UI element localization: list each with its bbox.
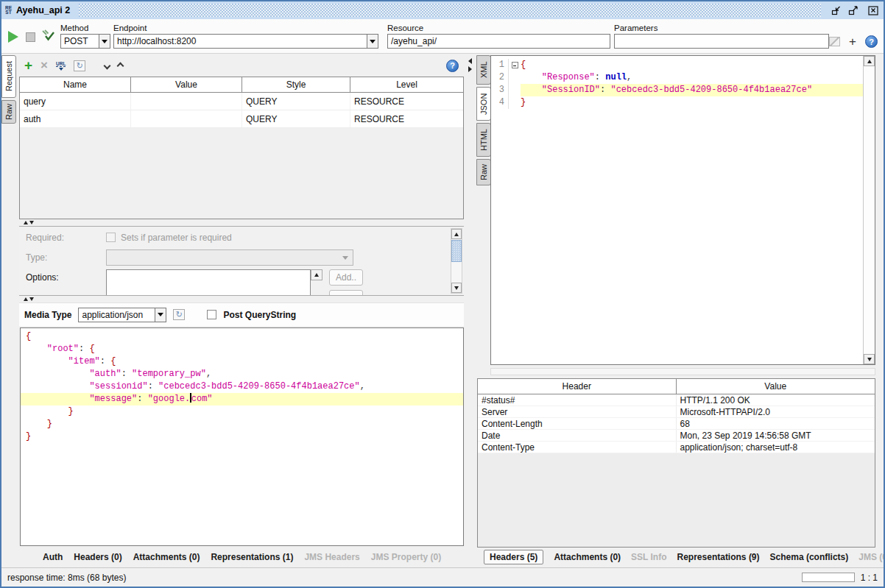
response-body-editor[interactable]: 1{2 "Response": null,3 "SessionID": "ceb… xyxy=(490,55,875,365)
param-row[interactable]: authQUERYRESOURCE xyxy=(20,110,463,128)
bottom-tab-representations-1-[interactable]: Representations (1) xyxy=(211,552,293,562)
tab-request-raw[interactable]: Raw xyxy=(1,100,16,124)
chevron-down-icon[interactable] xyxy=(99,35,110,48)
table-cell: Content-Length xyxy=(478,418,677,429)
splitter-handle[interactable] xyxy=(19,296,464,302)
help-icon[interactable]: ? xyxy=(446,60,459,72)
scrollbar-thumb[interactable] xyxy=(451,240,462,262)
response-hscrollbar[interactable] xyxy=(490,368,875,375)
code-line: } xyxy=(21,405,463,418)
scroll-down-icon[interactable] xyxy=(864,354,875,364)
add-param-icon[interactable]: + xyxy=(24,60,32,71)
titlebar-texture xyxy=(79,4,821,17)
tab-request-request[interactable]: Request xyxy=(1,55,16,98)
tab-response-html[interactable]: HTML xyxy=(476,123,491,157)
chevron-down-icon[interactable] xyxy=(367,35,378,48)
tab-response-raw[interactable]: Raw xyxy=(476,159,491,185)
close-window-icon[interactable] xyxy=(868,6,878,15)
details-scrollbar[interactable] xyxy=(451,228,462,294)
table-cell: auth xyxy=(20,110,131,127)
scroll-down-icon[interactable] xyxy=(451,283,462,293)
update-params-icon[interactable]: ↻ xyxy=(74,60,85,71)
header-row[interactable]: Content-Typeapplication/json; charset=ut… xyxy=(478,442,875,453)
response-headers-table: HeaderValue #status#HTTP/1.1 200 OKServe… xyxy=(477,378,875,548)
add-option-button[interactable]: Add.. xyxy=(329,269,363,286)
move-param-up-icon[interactable] xyxy=(117,62,124,69)
add-parameter-icon[interactable]: + xyxy=(849,37,856,46)
column-header[interactable]: Style xyxy=(242,77,350,92)
header-row[interactable]: Content-Length68 xyxy=(478,418,875,430)
request-body-editor[interactable]: { "root": { "item": { "auth": "temporary… xyxy=(20,327,464,546)
edit-params-icon xyxy=(829,37,840,46)
collapse-fold-icon[interactable] xyxy=(512,62,518,68)
table-cell: HTTP/1.1 200 OK xyxy=(677,394,875,405)
bottom-tab-headers-5-[interactable]: Headers (5) xyxy=(484,550,543,564)
table-cell: Microsoft-HTTPAPI/2.0 xyxy=(677,406,875,417)
code-line: } xyxy=(21,431,463,443)
column-header[interactable]: Level xyxy=(350,77,463,92)
bottom-tab-jms-0-: JMS (0) xyxy=(858,552,885,562)
tab-response-json[interactable]: JSON xyxy=(476,87,491,121)
maximize-window-icon[interactable] xyxy=(848,6,858,15)
resource-label: Resource xyxy=(387,24,610,32)
bottom-tab-headers-0-[interactable]: Headers (0) xyxy=(74,552,121,562)
move-param-down-icon[interactable] xyxy=(104,62,111,69)
post-querystring-checkbox[interactable] xyxy=(207,310,216,319)
extract-params-from-url-icon[interactable]: URL xyxy=(56,61,66,71)
header-row[interactable]: #status#HTTP/1.1 200 OK xyxy=(478,394,875,406)
table-cell xyxy=(131,93,242,110)
options-listbox[interactable] xyxy=(106,269,311,296)
endpoint-dropdown[interactable]: http://localhost:8200 xyxy=(113,34,378,49)
bottom-tab-attachments-0-[interactable]: Attachments (0) xyxy=(554,552,621,562)
soapui-rest-request-window: REST Ayehu_api 2 Method POST xyxy=(0,0,885,588)
scroll-up-icon[interactable] xyxy=(451,229,462,239)
table-cell: Mon, 23 Sep 2019 14:56:58 GMT xyxy=(677,430,875,441)
help-icon[interactable]: ? xyxy=(865,35,878,48)
options-scroll-up-icon[interactable] xyxy=(311,269,322,280)
delete-param-icon[interactable]: × xyxy=(40,60,48,71)
submit-request-button[interactable] xyxy=(8,31,18,43)
request-toolbar: Method POST Endpoint http://localhost:82… xyxy=(1,19,884,54)
collapse-right-icon[interactable] xyxy=(468,66,472,72)
type-label: Type: xyxy=(26,252,47,263)
collapse-left-icon[interactable] xyxy=(468,58,472,64)
bottom-tab-representations-9-[interactable]: Representations (9) xyxy=(677,552,760,562)
resource-input[interactable] xyxy=(387,34,610,49)
code-text: "SessionID": "cebcedc3-bdd5-4209-8650-4f… xyxy=(521,84,875,96)
recreate-body-icon[interactable]: ↻ xyxy=(173,309,185,320)
parameters-input[interactable] xyxy=(614,34,829,49)
add-to-testcase-icon[interactable] xyxy=(41,29,55,44)
code-line: { xyxy=(21,330,463,343)
window-title: Ayehu_api 2 xyxy=(16,5,70,15)
table-cell: QUERY xyxy=(242,110,350,127)
scroll-up-icon[interactable] xyxy=(864,56,875,66)
media-type-dropdown[interactable]: application/json xyxy=(78,308,166,322)
title-bar[interactable]: REST Ayehu_api 2 xyxy=(1,1,884,19)
bottom-tab-jms-property-0-: JMS Property (0) xyxy=(371,552,441,562)
code-line: "root": { xyxy=(21,343,463,355)
tab-response-xml[interactable]: XML xyxy=(476,55,491,85)
bottom-tab-auth[interactable]: Auth xyxy=(43,552,63,562)
header-row[interactable]: ServerMicrosoft-HTTPAPI/2.0 xyxy=(478,406,875,418)
param-row[interactable]: queryQUERYRESOURCE xyxy=(20,93,463,110)
splitter-handle[interactable] xyxy=(19,219,464,226)
media-type-row: Media Type application/json ↻ Post Query… xyxy=(19,302,464,326)
restore-window-icon[interactable] xyxy=(831,6,842,15)
response-scrollbar[interactable] xyxy=(863,56,875,364)
response-bottom-tabs: Headers (5)Attachments (0)SSL InfoRepres… xyxy=(476,549,880,565)
cancel-request-button[interactable] xyxy=(26,32,35,42)
column-header[interactable]: Value xyxy=(131,77,242,92)
table-cell xyxy=(131,110,242,127)
rest-request-icon: REST xyxy=(5,6,12,15)
header-row[interactable]: DateMon, 23 Sep 2019 14:56:58 GMT xyxy=(478,430,875,442)
bottom-tab-schema-conflicts-[interactable]: Schema (conflicts) xyxy=(770,552,849,562)
column-header[interactable]: Value xyxy=(677,379,875,394)
clipped-button[interactable] xyxy=(329,290,363,296)
method-dropdown[interactable]: POST xyxy=(60,34,110,49)
bottom-tab-attachments-0-[interactable]: Attachments (0) xyxy=(133,552,200,562)
required-checkbox[interactable] xyxy=(106,233,116,242)
column-header[interactable]: Header xyxy=(478,379,677,394)
panel-splitter[interactable] xyxy=(466,54,475,567)
chevron-down-icon[interactable] xyxy=(155,308,166,322)
column-header[interactable]: Name xyxy=(20,77,131,92)
